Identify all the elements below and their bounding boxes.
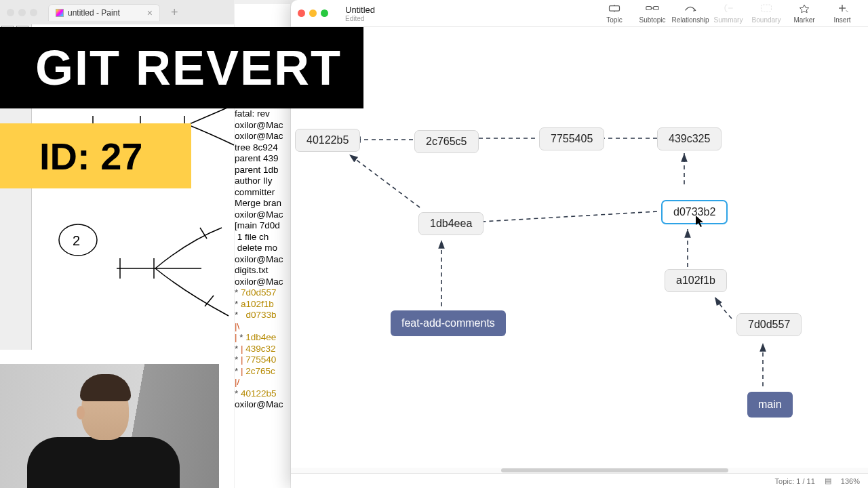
node-label: 439c325 [669,133,710,144]
branch-label: main [758,399,782,410]
node-2c765c5[interactable]: 2c765c5 [414,130,479,153]
toolbar-topic-button[interactable]: Topic [595,3,633,24]
close-icon[interactable]: × [147,7,153,18]
node-label: 7d0d557 [748,319,790,330]
xmind-horizontal-scrollbar[interactable] [291,468,868,473]
video-overlay-title: GIT REVERT [0,27,363,108]
webcam-person-torso [27,437,180,488]
xmind-doc-subtitle: Edited [345,15,375,22]
node-40122b5[interactable]: 40122b5 [295,129,360,152]
overlay-title-text: GIT REVERT [35,40,342,96]
node-7755405[interactable]: 7755405 [539,127,604,150]
xmind-min-dot[interactable] [309,9,317,17]
xmind-doc-title: Untitled [345,5,375,15]
node-label: a102f1b [676,274,715,286]
node-439c325[interactable]: 439c325 [657,127,722,150]
toolbar-insert-button[interactable]: Insert [823,3,861,24]
cursor-icon [696,216,704,228]
xmind-window: Untitled Edited TopicSubtopicRelationshi… [291,0,868,488]
xmind-status-bar: Topic: 1 / 11 ▤ 136% [291,473,868,488]
video-overlay-id: ID: 27 [0,123,191,188]
paint-min-dot[interactable] [18,9,26,16]
paint-tab[interactable]: untitled - Paint × [48,4,160,21]
node-d0733b2[interactable]: d0733b2 [661,200,728,224]
toolbar-label: Subtopic [639,16,666,24]
paint-app-icon [56,9,64,17]
toolbar-label: Summary [714,16,743,24]
branch-label: feat-add-comments [401,317,495,329]
toolbar-boundary-button: Boundary [747,3,785,24]
subtopic-icon [646,3,659,15]
overlay-id-text: ID: 27 [39,134,143,178]
toolbar-subtopic-button[interactable]: Subtopic [633,3,671,24]
paint-max-dot[interactable] [30,9,37,16]
svg-rect-12 [646,7,652,10]
xmind-max-dot[interactable] [321,9,328,17]
boundary-icon [760,3,773,15]
toolbar-label: Boundary [752,16,781,24]
node-label: 7755405 [551,133,593,144]
svg-rect-16 [762,5,772,12]
node-a102f1b[interactable]: a102f1b [665,269,727,292]
svg-line-22 [471,211,657,222]
toolbar-label: Marker [793,16,814,24]
relationship-icon [684,3,697,15]
node-7d0d557[interactable]: 7d0d557 [736,313,802,336]
toolbar-marker-button[interactable]: Marker [785,3,823,24]
svg-rect-11 [610,6,620,12]
webcam-overlay [0,364,219,488]
toolbar-relationship-button[interactable]: Relationship [671,3,709,24]
svg-rect-13 [654,7,659,10]
branch-main[interactable]: main [747,392,793,418]
paint-close-dot[interactable] [7,9,14,16]
outline-icon[interactable]: ▤ [825,476,831,485]
branch-feat-add-comments[interactable]: feat-add-comments [391,310,506,336]
summary-icon [722,3,735,15]
terminal-output[interactable]: oxilor@Mac* 40122b5oxilor@Macerror: comf… [235,64,290,411]
webcam-person-ear [77,406,85,420]
status-zoom[interactable]: 136% [841,477,860,485]
xmind-titlebar: Untitled Edited TopicSubtopicRelationshi… [291,0,868,27]
node-label: 1db4eea [430,218,472,229]
node-label: 2c765c5 [426,136,467,147]
node-label: 40122b5 [307,134,349,146]
paint-tab-bar: untitled - Paint × + [0,0,234,24]
xmind-close-dot[interactable] [298,9,305,17]
topic-icon [608,3,621,15]
xmind-window-controls [298,9,328,17]
insert-icon [835,3,849,15]
scrollbar-thumb[interactable] [501,468,728,472]
xmind-toolbar: TopicSubtopicRelationshipSummaryBoundary… [595,3,861,24]
toolbar-label: Topic [606,16,622,24]
svg-text:2: 2 [73,233,80,248]
status-topic-count: Topic: 1 / 11 [775,477,815,485]
marker-icon [797,3,811,15]
node-label: d0733b2 [673,206,715,218]
paint-tab-title: untitled - Paint [68,8,120,18]
toolbar-label: Relationship [671,16,709,24]
toolbar-summary-button: Summary [709,3,747,24]
xmind-title-wrap: Untitled Edited [345,5,375,22]
paint-window-controls [7,9,37,16]
node-1db4eea[interactable]: 1db4eea [418,212,484,235]
toolbar-label: Insert [833,16,850,24]
new-tab-button[interactable]: + [171,5,178,20]
xmind-canvas[interactable]: 40122b5 2c765c5 7755405 439c325 1db4eea … [291,27,868,468]
